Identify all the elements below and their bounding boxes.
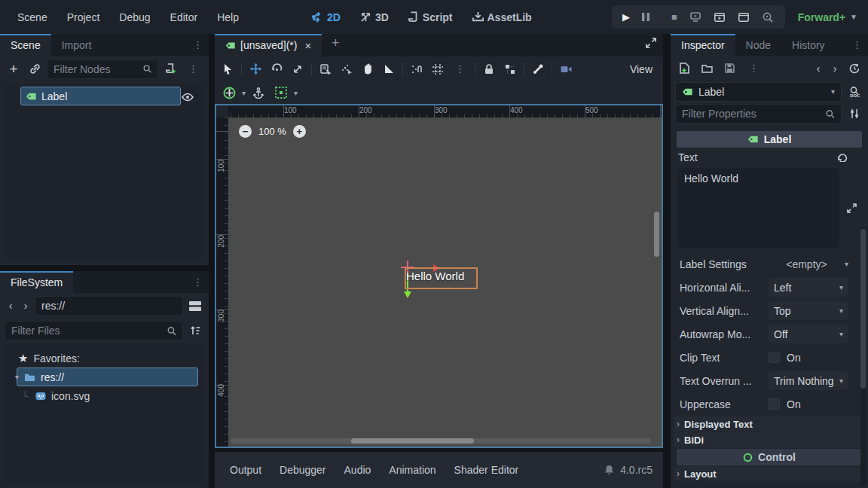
property-filter-options-button[interactable] — [845, 105, 863, 123]
vertical-alignment-dropdown[interactable]: Top ▾ — [769, 301, 848, 320]
text-overrun-dropdown[interactable]: Trim Nothing ▾ — [769, 371, 848, 390]
menu-debug[interactable]: Debug — [112, 8, 157, 26]
project-camera-override-button[interactable] — [556, 59, 576, 79]
group-layout[interactable]: › Layout — [674, 466, 865, 481]
pause-button[interactable] — [642, 13, 659, 21]
selectable-nodes-list-button[interactable] — [316, 59, 335, 79]
anchors-button[interactable] — [249, 83, 268, 102]
history-back-button[interactable]: ‹ — [812, 59, 824, 78]
bottom-tab-audio[interactable]: Audio — [335, 459, 381, 480]
filter-nodes-input[interactable] — [53, 63, 139, 75]
sort-files-button[interactable] — [186, 322, 204, 340]
zoom-out-button[interactable]: − — [239, 125, 252, 138]
stop-button[interactable]: ■ — [666, 11, 683, 23]
play-scene-button[interactable] — [714, 13, 731, 22]
label-settings-dropdown[interactable]: <empty> ▾ — [769, 258, 848, 270]
move-mode-button[interactable] — [246, 59, 265, 79]
new-scene-tab-button[interactable]: + — [326, 34, 344, 52]
zoom-reset-button[interactable]: 100 % — [258, 126, 286, 137]
smart-snap-button[interactable] — [407, 59, 426, 79]
scene-toolbar-menu-button[interactable]: ⋮ — [182, 63, 204, 75]
ruler-mode-button[interactable] — [379, 59, 399, 79]
version-label[interactable]: 4.0.rc5 — [620, 464, 653, 476]
inspector-scrollbar-thumb[interactable] — [860, 229, 866, 389]
object-history-button[interactable] — [845, 59, 863, 78]
chevron-down-icon[interactable]: ▾ — [294, 89, 298, 97]
tab-import[interactable]: Import — [51, 34, 102, 56]
notification-bell-icon[interactable] — [604, 465, 614, 475]
revert-property-button[interactable] — [833, 148, 851, 166]
workspace-assetlib-button[interactable]: AssetLib — [468, 9, 536, 26]
skeleton-options-button[interactable] — [528, 59, 548, 79]
play-custom-scene-button[interactable] — [738, 13, 755, 22]
node-type-selector[interactable]: Label ▾ — [675, 82, 842, 102]
open-docs-button[interactable]: DOC — [845, 83, 863, 101]
filter-files-field[interactable] — [5, 321, 183, 340]
add-node-button[interactable]: + — [5, 60, 23, 78]
instance-scene-button[interactable] — [26, 60, 44, 78]
view-menu-button[interactable]: View — [622, 63, 660, 75]
play-button[interactable]: ▶ — [618, 11, 634, 23]
group-displayed-text[interactable]: › Displayed Text — [674, 416, 865, 432]
filter-properties-field[interactable] — [675, 104, 842, 124]
tab-node[interactable]: Node — [735, 34, 781, 56]
tab-scene[interactable]: Scene — [0, 34, 51, 56]
bottom-tab-shader-editor[interactable]: Shader Editor — [445, 459, 528, 480]
2d-viewport[interactable]: 100 200 300 400 500 100 200 300 400 − 10… — [215, 104, 663, 448]
clip-text-checkbox[interactable] — [769, 352, 780, 363]
anchor-preset-button[interactable] — [219, 83, 239, 102]
bottom-tab-animation[interactable]: Animation — [380, 459, 445, 480]
chevron-down-icon[interactable]: ▾ — [242, 89, 246, 97]
vertical-scrollbar-thumb[interactable] — [654, 212, 659, 257]
menu-editor[interactable]: Editor — [163, 8, 206, 26]
inspector-menu-button[interactable]: ⋮ — [846, 34, 868, 56]
movie-maker-button[interactable] — [763, 12, 779, 23]
grid-snap-button[interactable] — [428, 59, 448, 79]
tab-filesystem[interactable]: FileSystem — [0, 271, 73, 293]
resource-menu-button[interactable]: ⋮ — [743, 63, 765, 74]
zoom-in-button[interactable]: + — [293, 125, 306, 138]
menu-scene[interactable]: Scene — [10, 8, 55, 26]
history-forward-button[interactable]: › — [829, 59, 841, 78]
group-node-button[interactable] — [500, 59, 520, 79]
filesystem-item-icon-svg[interactable]: └ icon.svg — [8, 386, 201, 405]
path-field[interactable] — [35, 296, 183, 316]
text-value-textarea[interactable]: Hello World — [678, 168, 839, 248]
rotate-mode-button[interactable] — [267, 59, 286, 79]
new-resource-button[interactable] — [675, 59, 693, 78]
workspace-script-button[interactable]: Script — [404, 9, 457, 26]
horizontal-scrollbar-thumb[interactable] — [351, 438, 474, 444]
nav-forward-button[interactable]: › — [20, 297, 32, 315]
attach-script-button[interactable] — [161, 60, 179, 78]
path-input[interactable] — [41, 300, 176, 312]
expand-textarea-button[interactable] — [842, 199, 860, 217]
canvas[interactable]: − 100 % + Hello World — [228, 117, 662, 447]
scene-tree-item-label[interactable]: Label — [20, 87, 181, 105]
filesystem-menu-button[interactable]: ⋮ — [187, 271, 209, 293]
snap-options-button[interactable]: ⋮ — [449, 63, 471, 75]
filter-files-input[interactable] — [11, 325, 163, 337]
filter-nodes-field[interactable] — [47, 59, 158, 79]
autowrap-mode-dropdown[interactable]: Off ▾ — [769, 325, 848, 343]
container-sizing-button[interactable] — [271, 83, 291, 102]
category-label[interactable]: Label — [677, 131, 862, 148]
filesystem-item-root[interactable]: ▾ res:// — [17, 368, 198, 386]
horizontal-scrollbar[interactable] — [231, 438, 651, 444]
bottom-tab-debugger[interactable]: Debugger — [270, 459, 335, 480]
scale-mode-button[interactable] — [288, 59, 307, 79]
renderer-selector[interactable]: Forward+ ▼ — [798, 0, 857, 34]
load-resource-button[interactable] — [698, 59, 716, 78]
tab-history[interactable]: History — [781, 34, 836, 56]
remote-debug-button[interactable] — [690, 12, 707, 22]
favorites-header[interactable]: ★ Favorites: — [8, 349, 201, 368]
scene-dock-menu-button[interactable]: ⋮ — [187, 34, 209, 56]
horizontal-alignment-dropdown[interactable]: Left ▾ — [769, 278, 848, 297]
bottom-tab-output[interactable]: Output — [221, 459, 270, 480]
workspace-3d-button[interactable]: 3D — [356, 9, 393, 26]
expand-viewport-button[interactable] — [642, 34, 660, 52]
lock-node-button[interactable] — [479, 59, 499, 79]
tab-inspector[interactable]: Inspector — [671, 34, 735, 56]
nav-back-button[interactable]: ‹ — [5, 297, 17, 315]
menu-help[interactable]: Help — [209, 8, 246, 26]
filter-properties-input[interactable] — [682, 108, 821, 120]
